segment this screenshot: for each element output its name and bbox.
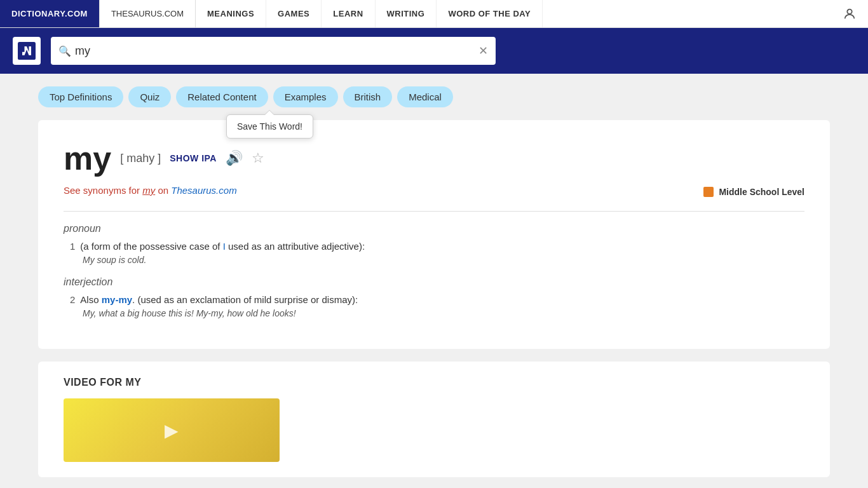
top-navigation: DICTIONARY.COM THESAURUS.COM MEANINGSGAM… xyxy=(0,0,868,28)
tab-medical[interactable]: Medical xyxy=(397,86,453,107)
def-example: My, what a big house this is! My-my, how… xyxy=(70,308,804,318)
word-header: my [ mahy ] SHOW IPA 🔊 ☆ xyxy=(64,139,804,177)
bookmark-icon[interactable]: ☆ xyxy=(252,150,264,166)
video-thumbnail[interactable] xyxy=(64,398,280,462)
logo-icon xyxy=(13,37,41,65)
part-of-speech: interjection xyxy=(64,276,804,288)
video-card: VIDEO FOR MY xyxy=(38,362,830,477)
nav-link-writing[interactable]: WRITING xyxy=(376,0,437,27)
thesaurus-link[interactable]: Thesaurus.com xyxy=(171,185,236,196)
level-badge-label: Middle School Level xyxy=(719,187,804,197)
level-badge-square xyxy=(703,187,714,197)
def-text: (a form of the possessive case of I used… xyxy=(80,241,365,252)
synonyms-word-link[interactable]: my xyxy=(142,185,155,196)
audio-icon[interactable]: 🔊 xyxy=(226,150,243,166)
synonyms-middle: on xyxy=(155,185,171,196)
word-main: my xyxy=(64,139,111,177)
word-info-row: See synonyms for my on Thesaurus.com Mid… xyxy=(64,185,804,205)
tab-top-definitions[interactable]: Top Definitions xyxy=(38,86,123,107)
search-input[interactable] xyxy=(51,37,496,65)
video-title: VIDEO FOR MY xyxy=(64,377,804,388)
nav-links: MEANINGSGAMESLEARNWRITINGWORD OF THE DAY xyxy=(196,0,831,27)
definition-item: 1(a form of the possessive case of I use… xyxy=(64,241,804,265)
nav-link-word-of-the-day[interactable]: WORD OF THE DAY xyxy=(437,0,543,27)
svg-rect-1 xyxy=(18,42,36,60)
definition-item: 2Also my-my. (used as an exclamation of … xyxy=(64,294,804,318)
search-form: 🔍 ✕ xyxy=(51,37,496,65)
def-also: Also my-my. (used as an exclamation of m… xyxy=(80,294,358,305)
synonyms-prefix: See synonyms for xyxy=(64,185,142,196)
brand-thesaurus[interactable]: THESAURUS.COM xyxy=(99,0,196,27)
tab-examples[interactable]: Examples xyxy=(273,86,338,107)
nav-link-learn[interactable]: LEARN xyxy=(322,0,375,27)
search-icon: 🔍 xyxy=(58,45,71,57)
level-badge-area: Middle School Level xyxy=(703,187,804,197)
svg-point-0 xyxy=(847,9,851,13)
level-badge: Middle School Level xyxy=(703,187,804,197)
definition-card: my [ mahy ] SHOW IPA 🔊 ☆ See synonyms fo… xyxy=(38,120,830,349)
nav-link-meanings[interactable]: MEANINGS xyxy=(196,0,266,27)
part-of-speech: pronoun xyxy=(64,223,804,234)
definitions-area: pronoun1(a form of the possessive case o… xyxy=(64,223,804,318)
tab-related-content[interactable]: Related Content xyxy=(176,86,268,107)
tab-quiz[interactable]: Quiz xyxy=(128,86,171,107)
synonyms-link: See synonyms for my on Thesaurus.com xyxy=(64,185,237,196)
user-icon-area[interactable] xyxy=(831,7,868,21)
divider xyxy=(64,211,804,212)
search-clear-button[interactable]: ✕ xyxy=(478,44,488,58)
def-example: My soup is cold. xyxy=(70,255,804,265)
search-bar-area: 🔍 ✕ xyxy=(0,28,868,74)
def-number: 1 xyxy=(70,241,75,252)
nav-link-games[interactable]: GAMES xyxy=(266,0,322,27)
tab-british[interactable]: British xyxy=(343,86,393,107)
tabs-area: Top DefinitionsQuizRelated ContentExampl… xyxy=(38,86,830,107)
brand-dictionary[interactable]: DICTIONARY.COM xyxy=(0,0,99,27)
show-ipa-button[interactable]: SHOW IPA xyxy=(170,153,217,163)
word-pronunciation: [ mahy ] xyxy=(120,152,161,165)
save-tooltip: Save This Word! xyxy=(226,114,313,139)
def-number: 2 xyxy=(70,294,75,305)
content-area: Top DefinitionsQuizRelated ContentExampl… xyxy=(0,74,868,488)
